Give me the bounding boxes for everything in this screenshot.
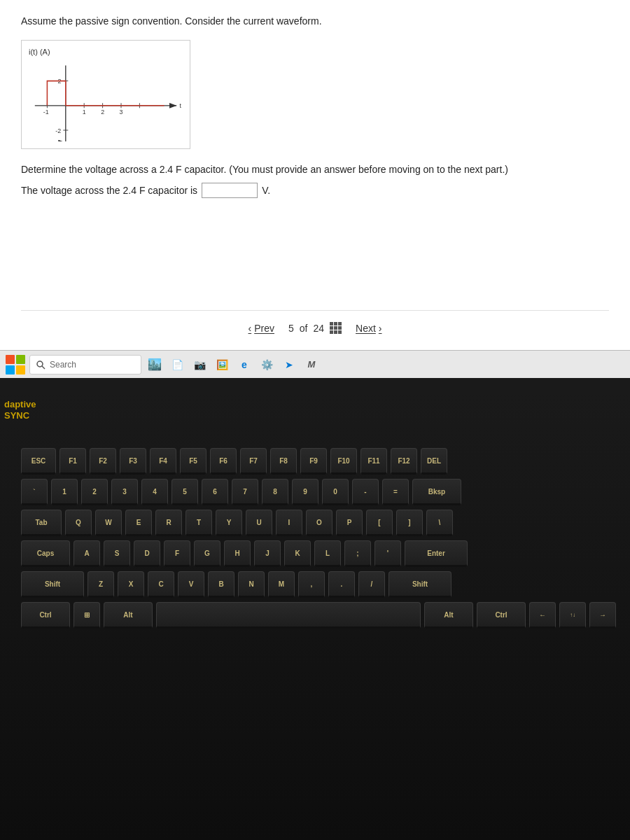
- taskbar-icon-edge[interactable]: e: [235, 356, 253, 374]
- question-intro: Assume the passive sign convention. Cons…: [21, 14, 609, 29]
- key-b[interactable]: B: [208, 571, 234, 598]
- key-comma[interactable]: ,: [298, 571, 325, 598]
- taskbar-icon-arrow[interactable]: ➤: [280, 356, 298, 374]
- svg-text:2: 2: [101, 108, 104, 115]
- key-f12[interactable]: F12: [391, 448, 417, 475]
- key-lalt[interactable]: Alt: [104, 602, 153, 629]
- key-ralt[interactable]: Alt: [424, 602, 473, 629]
- key-k[interactable]: K: [284, 540, 311, 567]
- key-l[interactable]: L: [314, 540, 341, 567]
- key-f5[interactable]: F5: [180, 448, 206, 475]
- key-left-arrow[interactable]: ←: [529, 602, 556, 629]
- key-u[interactable]: U: [246, 510, 272, 536]
- key-equals[interactable]: =: [382, 479, 409, 505]
- taskbar-icon-settings[interactable]: ⚙️: [258, 356, 276, 374]
- key-p[interactable]: P: [336, 510, 363, 536]
- key-t[interactable]: T: [186, 510, 212, 536]
- key-f10[interactable]: F10: [330, 448, 357, 475]
- key-5[interactable]: 5: [172, 479, 198, 505]
- key-w[interactable]: W: [95, 510, 122, 536]
- key-caps[interactable]: Caps: [21, 540, 70, 567]
- key-minus[interactable]: -: [352, 479, 379, 505]
- key-d[interactable]: D: [134, 540, 160, 567]
- key-s[interactable]: S: [104, 540, 130, 567]
- key-rbracket[interactable]: ]: [396, 510, 423, 536]
- key-space[interactable]: [156, 602, 421, 629]
- taskbar-icon-building[interactable]: 🏙️: [146, 356, 164, 374]
- key-e[interactable]: E: [125, 510, 152, 536]
- key-lctrl[interactable]: Ctrl: [21, 602, 70, 629]
- key-7[interactable]: 7: [232, 479, 258, 505]
- key-f9[interactable]: F9: [300, 448, 327, 475]
- key-f7[interactable]: F7: [240, 448, 267, 475]
- key-period[interactable]: .: [328, 571, 355, 598]
- key-esc[interactable]: ESC: [21, 448, 56, 475]
- key-del[interactable]: DEL: [421, 448, 447, 475]
- key-tab[interactable]: Tab: [21, 510, 62, 536]
- start-button[interactable]: [6, 355, 25, 374]
- key-m[interactable]: M: [268, 571, 295, 598]
- grid-menu-icon[interactable]: [330, 322, 342, 334]
- key-backspace[interactable]: Bksp: [412, 479, 461, 505]
- key-lshift[interactable]: Shift: [21, 571, 84, 598]
- key-f1[interactable]: F1: [59, 448, 86, 475]
- taskbar-search-box[interactable]: Search: [29, 355, 141, 374]
- next-chevron-icon: ›: [379, 323, 382, 334]
- key-i[interactable]: I: [276, 510, 302, 536]
- asdf-row: Caps A S D F G H J K L ; ' Enter: [21, 540, 616, 567]
- key-y[interactable]: Y: [216, 510, 242, 536]
- key-f4[interactable]: F4: [150, 448, 176, 475]
- key-r[interactable]: R: [155, 510, 182, 536]
- key-f6[interactable]: F6: [210, 448, 237, 475]
- voltage-input-field[interactable]: [202, 183, 258, 198]
- key-semicolon[interactable]: ;: [344, 540, 371, 567]
- key-f11[interactable]: F11: [360, 448, 387, 475]
- key-rshift[interactable]: Shift: [388, 571, 451, 598]
- key-x[interactable]: X: [118, 571, 144, 598]
- key-v[interactable]: V: [178, 571, 204, 598]
- key-4[interactable]: 4: [141, 479, 168, 505]
- key-quote[interactable]: ': [374, 540, 401, 567]
- svg-text:3: 3: [120, 108, 123, 115]
- waveform-graph: -1 1 2 3 2 -2 t (s): [29, 57, 183, 141]
- key-f3[interactable]: F3: [120, 448, 146, 475]
- key-q[interactable]: Q: [65, 510, 92, 536]
- key-backtick[interactable]: `: [21, 479, 48, 505]
- key-3[interactable]: 3: [111, 479, 138, 505]
- key-backslash[interactable]: \: [426, 510, 453, 536]
- key-j[interactable]: J: [254, 540, 281, 567]
- key-rctrl[interactable]: Ctrl: [477, 602, 526, 629]
- key-enter[interactable]: Enter: [405, 540, 468, 567]
- key-lbracket[interactable]: [: [366, 510, 393, 536]
- key-a[interactable]: A: [74, 540, 100, 567]
- taskbar-icon-image[interactable]: 🖼️: [213, 356, 231, 374]
- key-up-down-arrow[interactable]: ↑↓: [559, 602, 586, 629]
- key-h[interactable]: H: [224, 540, 251, 567]
- key-z[interactable]: Z: [88, 571, 114, 598]
- next-button[interactable]: Next ›: [356, 323, 382, 334]
- key-c[interactable]: C: [148, 571, 174, 598]
- svg-text:-1: -1: [43, 108, 49, 115]
- taskbar-icon-m[interactable]: M: [302, 356, 321, 374]
- key-8[interactable]: 8: [262, 479, 288, 505]
- key-6[interactable]: 6: [202, 479, 228, 505]
- key-9[interactable]: 9: [292, 479, 318, 505]
- key-win[interactable]: ⊞: [74, 602, 100, 629]
- key-n[interactable]: N: [238, 571, 265, 598]
- key-f8[interactable]: F8: [270, 448, 297, 475]
- key-f[interactable]: F: [164, 540, 190, 567]
- taskbar-icon-file[interactable]: 📄: [168, 356, 186, 374]
- key-o[interactable]: O: [306, 510, 332, 536]
- total-pages: 24: [313, 323, 324, 334]
- key-0[interactable]: 0: [322, 479, 349, 505]
- svg-line-20: [42, 366, 45, 369]
- prev-button[interactable]: ‹ Prev: [248, 323, 274, 334]
- key-f2[interactable]: F2: [90, 448, 116, 475]
- key-1[interactable]: 1: [51, 479, 78, 505]
- taskbar-icon-camera[interactable]: 📷: [190, 356, 209, 374]
- key-right-arrow[interactable]: →: [589, 602, 616, 629]
- key-2[interactable]: 2: [81, 479, 108, 505]
- key-g[interactable]: G: [194, 540, 220, 567]
- key-slash[interactable]: /: [358, 571, 385, 598]
- keyboard-area: daptive SYNC ESC F1 F2 F3 F4 F5 F6 F7 F8…: [0, 392, 630, 840]
